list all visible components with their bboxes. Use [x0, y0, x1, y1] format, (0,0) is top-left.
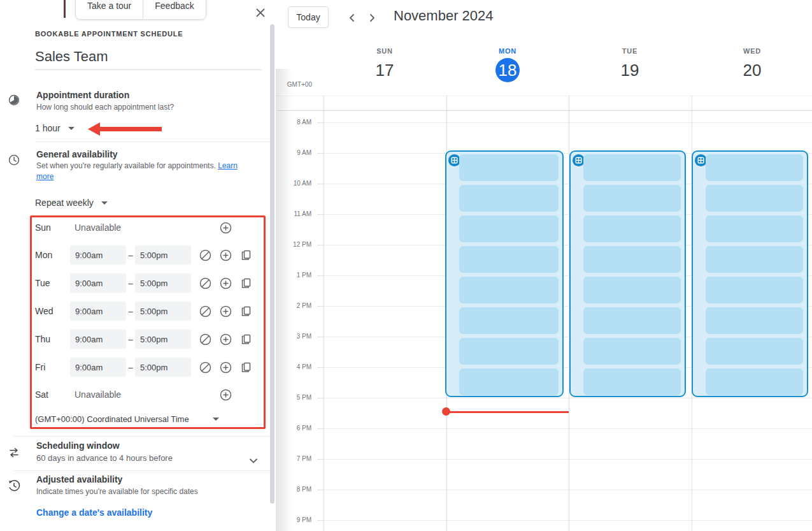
- appointment-slot[interactable]: [459, 368, 559, 395]
- today-button[interactable]: Today: [288, 6, 329, 28]
- appointment-slot[interactable]: [706, 185, 803, 212]
- calendar-preview: Today November 2024 SUN 17 MON 18 TUE 19…: [276, 0, 812, 531]
- hour-tick: [317, 337, 324, 337]
- start-time-field[interactable]: 9:00am: [70, 330, 126, 349]
- appointment-slot[interactable]: [459, 307, 559, 334]
- make-unavailable-button[interactable]: [196, 302, 214, 320]
- start-time-field[interactable]: 9:00am: [70, 245, 126, 265]
- appointment-slot[interactable]: [583, 368, 681, 395]
- hour-label: 1 PM: [276, 272, 311, 279]
- feedback-button[interactable]: Feedback: [143, 0, 206, 20]
- day-label: Mon: [35, 250, 52, 260]
- add-interval-button[interactable]: [217, 274, 234, 292]
- add-interval-button[interactable]: [217, 219, 234, 236]
- start-time-field[interactable]: 9:00am: [70, 358, 126, 377]
- duration-select[interactable]: 1 hour: [35, 123, 75, 133]
- make-unavailable-button[interactable]: [196, 274, 214, 292]
- day-name: TUE: [592, 47, 668, 55]
- day-name: MON: [469, 47, 546, 55]
- gmt-offset-label: GMT+00: [276, 81, 312, 88]
- hour-tick: [317, 153, 324, 154]
- appointment-slot[interactable]: [583, 338, 681, 365]
- make-unavailable-button[interactable]: [196, 330, 214, 348]
- day-header-tue[interactable]: TUE 19: [592, 47, 668, 82]
- end-time-field[interactable]: 5:00pm: [135, 273, 191, 293]
- day-label: Wed: [35, 306, 53, 316]
- appointment-block-mon[interactable]: [445, 150, 564, 397]
- day-number: 19: [592, 58, 668, 82]
- appointment-slot[interactable]: [706, 277, 803, 303]
- take-a-tour-button[interactable]: Take a tour: [75, 0, 143, 20]
- appointment-block-tue[interactable]: [569, 150, 686, 397]
- day-name: SUN: [346, 47, 423, 55]
- appointment-slot[interactable]: [706, 154, 803, 181]
- day-label: Thu: [35, 334, 50, 344]
- add-interval-button[interactable]: [217, 330, 234, 348]
- day-header-wed[interactable]: WED 20: [714, 47, 790, 82]
- appointment-slot[interactable]: [706, 368, 803, 395]
- appointment-slot[interactable]: [583, 277, 681, 303]
- add-interval-button[interactable]: [217, 358, 234, 376]
- appointment-slot[interactable]: [459, 246, 559, 273]
- appointment-slot[interactable]: [583, 246, 681, 273]
- copy-time-button[interactable]: [237, 358, 255, 376]
- hour-label: 2 PM: [276, 302, 311, 309]
- timezone-select[interactable]: (GMT+00:00) Coordinated Universal Time: [35, 414, 189, 424]
- hour-tick: [317, 184, 324, 184]
- make-unavailable-button[interactable]: [196, 246, 214, 264]
- day-label: Sat: [35, 389, 48, 400]
- app: Take a tour Feedback BOOKABLE APPOINTMEN…: [0, 0, 812, 531]
- end-time-field[interactable]: 5:00pm: [135, 358, 191, 377]
- availability-row-wed: Wed 9:00am – 5:00pm: [0, 297, 276, 325]
- end-time-field[interactable]: 5:00pm: [135, 330, 191, 349]
- change-date-availability-link[interactable]: Change a date's availability: [36, 507, 152, 518]
- appointment-slot[interactable]: [706, 246, 803, 273]
- title-underline: [35, 69, 262, 70]
- repeat-select[interactable]: Repeat weekly: [35, 198, 108, 208]
- hour-label: 7 PM: [276, 455, 311, 462]
- hour-label: 8 PM: [276, 486, 311, 493]
- add-interval-button[interactable]: [217, 302, 234, 320]
- end-time-field[interactable]: 5:00pm: [135, 302, 191, 321]
- appointment-slot[interactable]: [459, 277, 559, 303]
- schedule-grid-badge-icon: [695, 154, 707, 166]
- copy-time-button[interactable]: [237, 302, 255, 320]
- scheduling-window-subtitle: 60 days in advance to 4 hours before: [36, 453, 173, 463]
- appointment-slot[interactable]: [583, 307, 681, 334]
- schedule-title-input[interactable]: Sales Team: [35, 48, 108, 65]
- add-interval-button[interactable]: [217, 246, 234, 264]
- hour-tick: [317, 214, 324, 215]
- copy-time-button[interactable]: [237, 274, 255, 292]
- duration-icon: [8, 94, 20, 108]
- appointment-slot[interactable]: [459, 185, 559, 212]
- hour-tick: [317, 306, 324, 307]
- chevron-down-icon[interactable]: [245, 452, 262, 470]
- appointment-slot[interactable]: [706, 215, 803, 242]
- copy-time-button[interactable]: [237, 246, 255, 264]
- day-header-sun[interactable]: SUN 17: [346, 47, 423, 82]
- appointment-slot[interactable]: [583, 185, 681, 212]
- panel-scrollbar[interactable]: [270, 24, 274, 504]
- end-time-field[interactable]: 5:00pm: [135, 245, 191, 265]
- appointment-slot[interactable]: [706, 307, 803, 334]
- start-time-field[interactable]: 9:00am: [70, 302, 126, 321]
- appointment-slot[interactable]: [706, 338, 803, 365]
- appointment-slot[interactable]: [583, 215, 681, 242]
- appointment-slot[interactable]: [459, 215, 559, 242]
- start-time-field[interactable]: 9:00am: [70, 273, 126, 293]
- appointment-slot[interactable]: [583, 154, 681, 181]
- day-number: 20: [714, 58, 790, 82]
- day-name: WED: [714, 47, 790, 55]
- close-icon[interactable]: [253, 6, 267, 20]
- panel-kicker: BOOKABLE APPOINTMENT SCHEDULE: [35, 30, 183, 38]
- prev-week-icon[interactable]: [344, 10, 360, 26]
- day-header-mon[interactable]: MON 18: [469, 47, 546, 82]
- time-range-dash: –: [126, 279, 135, 288]
- add-interval-button[interactable]: [217, 386, 234, 404]
- next-week-icon[interactable]: [364, 10, 380, 26]
- appointment-block-wed[interactable]: [692, 150, 808, 397]
- make-unavailable-button[interactable]: [196, 358, 214, 376]
- appointment-slot[interactable]: [459, 154, 559, 181]
- copy-time-button[interactable]: [237, 330, 255, 348]
- appointment-slot[interactable]: [459, 338, 559, 365]
